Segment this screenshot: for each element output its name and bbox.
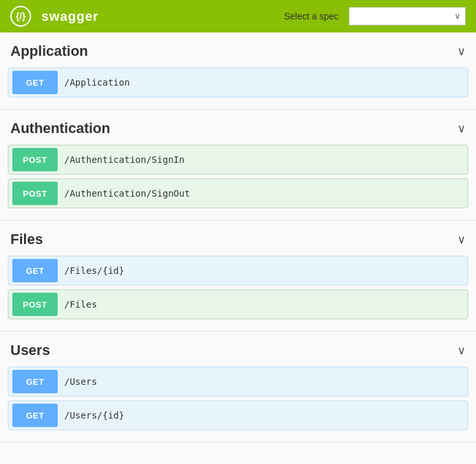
swagger-logo-icon: {/} [10, 6, 31, 27]
section-header-authentication[interactable]: Authentication∨ [8, 110, 468, 145]
section-title-authentication: Authentication [10, 120, 110, 137]
endpoint-row--Application[interactable]: GET/Application [8, 67, 468, 97]
endpoint-path: /Files/{id} [64, 260, 125, 281]
section-title-users: Users [10, 342, 50, 359]
endpoint-path: /Authentication/SignIn [64, 149, 184, 170]
section-title-files: Files [10, 231, 43, 248]
section-header-users[interactable]: Users∨ [8, 332, 468, 367]
app-header: {/} swagger Select a spec [0, 0, 476, 32]
chevron-down-icon-application: ∨ [457, 44, 466, 58]
endpoint-path: /Users [64, 371, 97, 392]
method-badge-get: GET [12, 259, 58, 282]
spec-selector-wrapper [349, 7, 466, 25]
endpoint-row--Files-id[interactable]: GET/Files/{id} [8, 256, 468, 286]
endpoint-row--Users-id[interactable]: GET/Users/{id} [8, 400, 468, 430]
main-content: Application∨GET/ApplicationAuthenticatio… [0, 32, 476, 443]
section-header-application[interactable]: Application∨ [8, 32, 468, 67]
section-title-application: Application [10, 43, 88, 60]
method-badge-get: GET [12, 404, 58, 427]
endpoint-row--Files[interactable]: POST/Files [8, 289, 468, 319]
spec-select[interactable] [349, 7, 466, 25]
endpoint-path: /Authentication/SignOut [64, 183, 190, 204]
section-files: Files∨GET/Files/{id}POST/Files [0, 221, 476, 332]
section-header-files[interactable]: Files∨ [8, 221, 468, 256]
method-badge-post: POST [12, 148, 58, 171]
method-badge-post: POST [12, 293, 58, 316]
swagger-logo-text: swagger [42, 9, 274, 24]
logo-symbol: {/} [16, 11, 26, 21]
endpoint-path: /Users/{id} [64, 405, 125, 426]
section-authentication: Authentication∨POST/Authentication/SignI… [0, 110, 476, 221]
section-application: Application∨GET/Application [0, 32, 476, 110]
method-badge-post: POST [12, 182, 58, 205]
endpoint-row--Authentication-SignOut[interactable]: POST/Authentication/SignOut [8, 178, 468, 208]
chevron-down-icon-authentication: ∨ [457, 121, 466, 136]
endpoint-row--Users[interactable]: GET/Users [8, 367, 468, 397]
method-badge-get: GET [12, 71, 58, 94]
endpoint-path: /Files [64, 294, 97, 315]
select-spec-label: Select a spec [284, 11, 339, 21]
endpoint-row--Authentication-SignIn[interactable]: POST/Authentication/SignIn [8, 145, 468, 175]
method-badge-get: GET [12, 370, 58, 393]
section-users: Users∨GET/UsersGET/Users/{id} [0, 332, 476, 443]
endpoint-path: /Application [64, 72, 130, 93]
chevron-down-icon-files: ∨ [457, 232, 466, 247]
chevron-down-icon-users: ∨ [457, 343, 466, 358]
